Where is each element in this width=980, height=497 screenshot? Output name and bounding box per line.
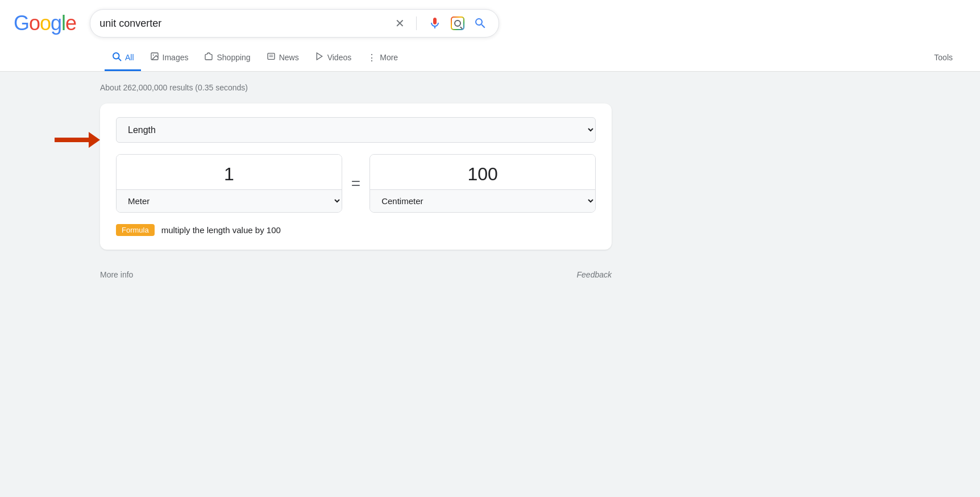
microphone-icon [428,16,442,30]
lens-icon [451,16,464,30]
from-unit-select[interactable]: Meter Kilometer Centimeter Millimeter Mi… [117,189,342,212]
news-icon [267,52,276,63]
search-input[interactable]: unit converter [99,18,388,30]
from-value-input[interactable] [117,155,342,189]
images-icon [150,52,159,63]
main-content: About 262,000,000 results (0.35 seconds)… [0,72,682,261]
search-button[interactable] [471,14,489,32]
tab-images[interactable]: Images [143,45,196,71]
equals-sign: = [351,175,360,193]
lens-button[interactable] [449,14,467,32]
search-bar: unit converter ✕ [90,9,499,38]
more-info-link[interactable]: More info [100,270,133,279]
feedback-link[interactable]: Feedback [577,270,612,279]
converter-wrapper: Length Weight Temperature Area Volume Sp… [100,103,682,250]
tab-videos-label: Videos [327,53,352,62]
arrow-head [89,132,100,148]
tab-more[interactable]: ⋮ More [360,45,405,71]
svg-point-3 [152,55,153,56]
tab-all[interactable]: All [105,44,141,71]
header: Google unit converter ✕ [0,0,980,71]
tab-shopping[interactable]: Shopping [197,45,257,71]
search-icon [474,16,487,30]
arrow-body [55,138,89,142]
search-divider [416,16,417,30]
svg-rect-4 [268,53,275,60]
tab-all-label: All [125,53,134,62]
formula-row: Formula multiply the length value by 100 [116,224,596,236]
svg-line-1 [118,58,121,60]
clear-button[interactable]: ✕ [393,14,407,32]
tab-more-label: More [380,53,398,62]
tab-tools-label: Tools [934,53,953,62]
google-logo[interactable]: Google [14,11,76,35]
formula-badge: Formula [116,224,155,236]
converter-row: Meter Kilometer Centimeter Millimeter Mi… [116,154,596,213]
tab-videos[interactable]: Videos [308,45,359,71]
to-value-input[interactable] [370,155,595,189]
microphone-button[interactable] [426,14,444,32]
converter-card: Length Weight Temperature Area Volume Sp… [100,103,612,250]
results-count: About 262,000,000 results (0.35 seconds) [100,83,682,92]
all-icon [111,51,122,64]
from-converter-box: Meter Kilometer Centimeter Millimeter Mi… [116,154,342,213]
shopping-icon [204,52,213,63]
arrow-indicator [55,132,100,148]
tab-shopping-label: Shopping [217,53,250,62]
svg-marker-7 [317,53,322,60]
tab-tools[interactable]: Tools [927,46,966,69]
tab-news-label: News [279,53,299,62]
formula-text: multiply the length value by 100 [161,225,281,235]
to-unit-select[interactable]: Centimeter Meter Kilometer Millimeter Mi… [370,189,595,212]
header-top: Google unit converter ✕ [14,9,966,38]
category-select[interactable]: Length Weight Temperature Area Volume Sp… [116,117,596,143]
tab-images-label: Images [163,53,189,62]
videos-icon [315,52,324,63]
tab-news[interactable]: News [260,45,306,71]
to-converter-box: Centimeter Meter Kilometer Millimeter Mi… [369,154,596,213]
more-dots-icon: ⋮ [367,52,376,63]
nav-tabs: All Images Shopping News Videos [14,44,966,71]
footer-row: More info Feedback [0,261,612,279]
